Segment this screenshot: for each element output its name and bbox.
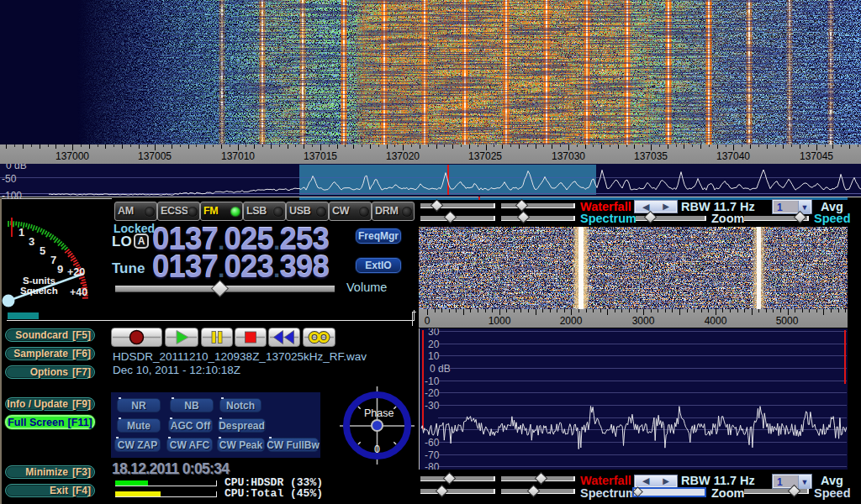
svg-text:S-units: S-units: [23, 276, 55, 286]
svg-text:+20: +20: [67, 266, 85, 278]
svg-text:5: 5: [40, 244, 45, 257]
svg-text:0: 0: [374, 444, 380, 455]
svg-text:Phase: Phase: [364, 407, 394, 419]
svg-text:1: 1: [18, 226, 24, 239]
svg-text:+40: +40: [70, 286, 87, 298]
svg-text:3: 3: [29, 235, 34, 248]
svg-text:7: 7: [50, 254, 56, 266]
svg-text:Squelch: Squelch: [20, 286, 58, 296]
svg-text:9: 9: [57, 263, 63, 276]
